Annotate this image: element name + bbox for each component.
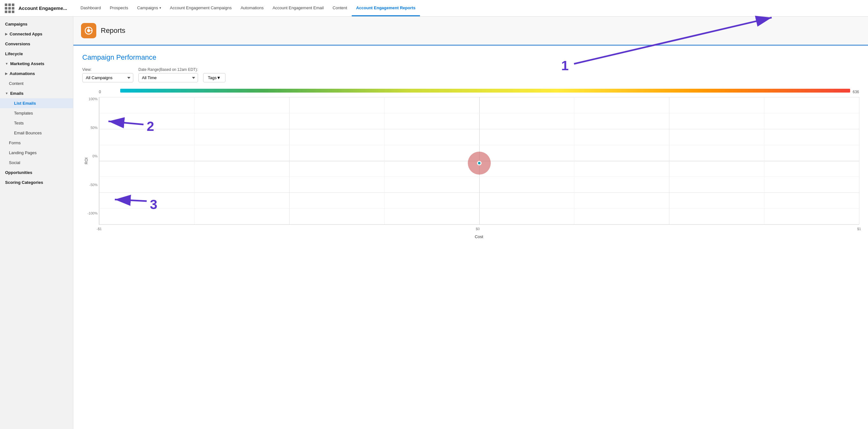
main-content: Reports Campaign Performance View: All C… bbox=[73, 17, 868, 429]
sidebar-item-list-emails[interactable]: List Emails bbox=[0, 98, 73, 108]
sidebar-item-social[interactable]: Social bbox=[0, 158, 73, 168]
sidebar: Campaigns ▶ Connected Apps Conversions L… bbox=[0, 17, 73, 429]
sidebar-item-tests[interactable]: Tests bbox=[0, 118, 73, 128]
x-tick-1: $1 bbox=[857, 227, 861, 231]
color-bar bbox=[120, 89, 850, 92]
chart-area: 0 636 ROI 100% 50% 0% bbox=[82, 89, 859, 242]
tags-button[interactable]: Tags▼ bbox=[203, 73, 225, 82]
sidebar-item-lifecycle[interactable]: Lifecycle bbox=[0, 49, 73, 59]
section-title: Campaign Performance bbox=[82, 53, 859, 62]
grid-icon bbox=[5, 3, 14, 13]
sidebar-item-automations[interactable]: ▶ Automations bbox=[0, 68, 73, 79]
nav-account-engagement-email[interactable]: Account Engagement Email bbox=[268, 0, 328, 16]
sidebar-item-email-bounces[interactable]: Email Bounces bbox=[0, 128, 73, 138]
controls-row: View: All Campaigns Date Range(Based on … bbox=[82, 67, 859, 82]
y-tick-neg100: -100% bbox=[87, 211, 98, 215]
sidebar-item-campaigns[interactable]: Campaigns bbox=[0, 19, 73, 29]
automations-arrow-icon: ▶ bbox=[5, 72, 8, 75]
y-axis-container: ROI 100% 50% 0% -50% -100% bbox=[82, 97, 99, 225]
color-bar-min: 0 bbox=[99, 90, 101, 94]
sidebar-item-marketing-assets[interactable]: ▼ Marketing Assets bbox=[0, 59, 73, 68]
nav-prospects[interactable]: Prospects bbox=[105, 0, 133, 16]
date-range-label: Date Range(Based on 12am EDT): bbox=[138, 67, 198, 72]
nav-links: Dashboard Prospects Campaigns ▾ Account … bbox=[76, 0, 420, 16]
svg-point-8 bbox=[87, 29, 90, 32]
y-tick-neg50: -50% bbox=[89, 183, 98, 187]
y-tick-100: 100% bbox=[89, 97, 98, 101]
view-label: View: bbox=[82, 67, 133, 72]
sidebar-item-landing-pages[interactable]: Landing Pages bbox=[0, 148, 73, 158]
campaign-performance-section: Campaign Performance View: All Campaigns… bbox=[73, 46, 868, 250]
reports-title: Reports bbox=[101, 27, 125, 35]
sidebar-item-scoring-categories[interactable]: Scoring Categories bbox=[0, 177, 73, 188]
chart-wrapper: ROI 100% 50% 0% -50% -100% bbox=[82, 97, 859, 225]
nav-automations[interactable]: Automations bbox=[236, 0, 268, 16]
top-nav: Account Engageme... Dashboard Prospects … bbox=[0, 0, 868, 17]
marketing-assets-arrow-icon: ▼ bbox=[5, 62, 8, 65]
app-launcher[interactable] bbox=[4, 3, 15, 14]
campaigns-chevron-icon: ▾ bbox=[159, 6, 161, 9]
y-tick-0: 0% bbox=[92, 154, 98, 158]
nav-account-engagement-reports[interactable]: Account Engagement Reports bbox=[352, 0, 420, 16]
x-axis-label: Cost bbox=[99, 234, 859, 239]
sidebar-item-emails[interactable]: ▼ Emails bbox=[0, 88, 73, 98]
reports-header: Reports bbox=[73, 17, 868, 46]
sidebar-item-content[interactable]: Content bbox=[0, 79, 73, 88]
nav-account-engagement-campaigns[interactable]: Account Engagement Campaigns bbox=[165, 0, 236, 16]
color-bar-max: 636 bbox=[853, 90, 859, 94]
sidebar-item-conversions[interactable]: Conversions bbox=[0, 39, 73, 49]
app-name: Account Engageme... bbox=[19, 5, 67, 11]
chart-bubble bbox=[468, 152, 491, 175]
emails-arrow-icon: ▼ bbox=[5, 92, 8, 95]
date-range-select[interactable]: All Time bbox=[138, 73, 198, 82]
connected-apps-arrow-icon: ▶ bbox=[5, 32, 8, 36]
sidebar-item-connected-apps[interactable]: ▶ Connected Apps bbox=[0, 29, 73, 39]
chart-plot: -$1 $0 $1 bbox=[99, 97, 859, 225]
nav-dashboard[interactable]: Dashboard bbox=[76, 0, 105, 16]
reports-icon bbox=[81, 23, 96, 38]
y-tick-50: 50% bbox=[91, 126, 98, 130]
x-tick-neg1: -$1 bbox=[97, 227, 102, 231]
nav-campaigns[interactable]: Campaigns ▾ bbox=[133, 0, 165, 16]
sidebar-item-templates[interactable]: Templates bbox=[0, 108, 73, 118]
sidebar-item-forms[interactable]: Forms bbox=[0, 138, 73, 148]
sidebar-item-opportunities[interactable]: Opportunities bbox=[0, 168, 73, 177]
view-control: View: All Campaigns bbox=[82, 67, 133, 82]
date-range-control: Date Range(Based on 12am EDT): All Time bbox=[138, 67, 198, 82]
x-tick-0: $0 bbox=[476, 227, 479, 231]
nav-content[interactable]: Content bbox=[328, 0, 352, 16]
view-select[interactable]: All Campaigns bbox=[82, 73, 133, 82]
